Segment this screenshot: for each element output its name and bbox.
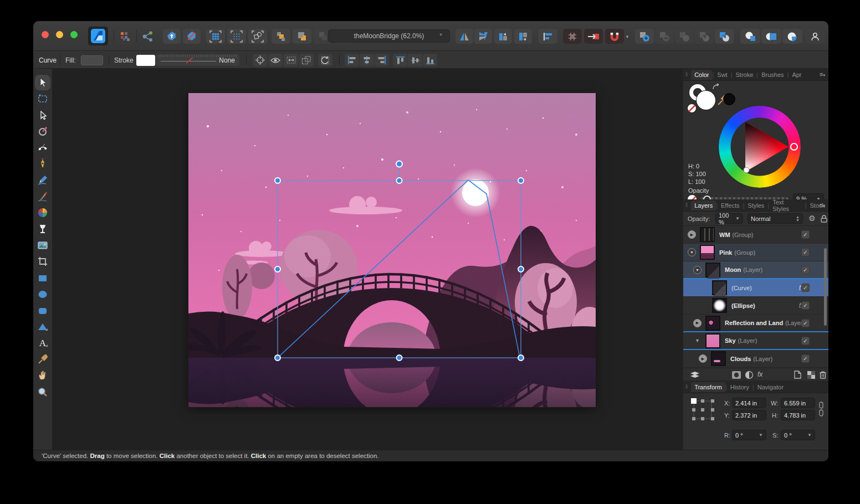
close-window-button[interactable] [42, 31, 49, 38]
layer-effects-fx-icon[interactable]: fx [757, 371, 762, 378]
node-tool[interactable] [37, 109, 49, 121]
selection-handle[interactable] [275, 355, 280, 361]
tab-styles[interactable]: Styles [744, 200, 767, 210]
layer-row-sky[interactable]: ▼ Sky (Layer) ✓ [683, 332, 828, 350]
layer-thumbnail[interactable] [705, 316, 720, 331]
account-button[interactable] [806, 29, 825, 44]
blend-options-gear-icon[interactable]: ⚙ [808, 214, 816, 223]
layer-thumbnail[interactable] [711, 351, 726, 366]
collapse-icon[interactable]: ▼ [693, 337, 702, 345]
tab-navigator[interactable]: Navigator [754, 382, 787, 392]
boolean-subtract-button[interactable] [655, 29, 674, 44]
x-input[interactable]: 2.414 in [732, 398, 766, 408]
minimize-window-button[interactable] [56, 31, 63, 38]
expand-icon[interactable]: ▶ [693, 319, 702, 327]
transparency-tool[interactable] [37, 223, 49, 235]
fill-color-well[interactable] [697, 91, 715, 110]
layer-row-clouds[interactable]: ▶ Clouds (Layer) ✓ [683, 350, 828, 368]
rectangle-tool[interactable] [37, 272, 49, 284]
pixel-persona-button[interactable] [117, 29, 133, 44]
insert-behind-button[interactable] [740, 29, 760, 44]
stroke-color-swatch[interactable] [136, 55, 155, 66]
tab-stock[interactable]: Stock [806, 200, 828, 210]
view-tool[interactable] [37, 369, 49, 382]
blend-mode-dropdown[interactable]: Normal ▲▼ [748, 213, 803, 224]
selection-handle[interactable] [397, 355, 402, 361]
rounded-rectangle-tool[interactable] [37, 305, 49, 317]
visibility-checkbox[interactable]: ✓ [801, 230, 810, 239]
pasteboard[interactable] [52, 69, 683, 450]
tab-effects[interactable]: Effects [718, 200, 743, 210]
anchor-point-selector[interactable] [690, 398, 715, 422]
pen-tool[interactable] [37, 158, 49, 170]
boolean-divide-button[interactable] [715, 29, 734, 44]
export-persona-button[interactable] [140, 29, 156, 44]
adjustment-layer-icon[interactable] [745, 371, 753, 379]
collapse-icon[interactable]: ▼ [688, 248, 696, 256]
align-bottom-button[interactable] [423, 54, 437, 66]
delete-layer-trash-icon[interactable] [820, 371, 826, 379]
insert-inside-button[interactable] [782, 29, 802, 44]
link-dimensions-icon[interactable] [819, 401, 823, 418]
selection-handle[interactable] [518, 178, 524, 183]
document-canvas[interactable] [188, 93, 596, 407]
boolean-add-button[interactable] [635, 29, 654, 44]
no-color-well[interactable] [688, 104, 696, 112]
tab-stroke[interactable]: Stroke [733, 70, 757, 80]
layer-thumbnail[interactable] [700, 227, 715, 242]
align-center-horizontal-button[interactable] [360, 54, 374, 66]
rotate-ccw-button[interactable] [494, 29, 512, 44]
panel-menu-icon[interactable]: ≡▾ [820, 202, 825, 208]
align-left-button[interactable] [345, 54, 359, 66]
enable-transform-origin-button[interactable] [318, 54, 332, 66]
tab-history[interactable]: History [727, 382, 752, 392]
text-tool[interactable]: A [37, 337, 49, 349]
boolean-xor-button[interactable] [695, 29, 714, 44]
rotate-cw-button[interactable] [514, 29, 532, 44]
tab-swatches[interactable]: Swt [714, 70, 730, 80]
artboard-tool[interactable] [37, 92, 49, 105]
collapse-icon[interactable]: ▼ [693, 266, 702, 274]
swap-colors-icon[interactable] [712, 83, 721, 91]
cycle-selection-box-button[interactable] [253, 54, 267, 66]
zoom-tool[interactable] [37, 386, 49, 398]
flip-vertical-button[interactable] [474, 29, 492, 44]
tab-layers[interactable]: Layers [691, 200, 716, 210]
y-input[interactable]: 2.372 in [732, 410, 766, 420]
edit-shapes-button[interactable] [248, 29, 267, 44]
selection-overlay[interactable] [188, 93, 596, 407]
expand-icon[interactable]: ▶ [699, 354, 707, 363]
publish-button[interactable] [163, 29, 181, 44]
new-layer-icon[interactable] [794, 371, 801, 379]
sl-marker[interactable] [744, 167, 749, 173]
layer-row-ellipse[interactable]: (Ellipse) fx ✓ [683, 297, 828, 315]
width-input[interactable]: 6.559 in [781, 398, 815, 408]
snapping-toggle[interactable] [605, 29, 624, 44]
vector-crop-tool[interactable] [37, 255, 49, 268]
move-by-whole-pixels-toggle[interactable] [584, 29, 603, 44]
visibility-checkbox[interactable]: ✓ [801, 337, 810, 345]
point-transform-tool[interactable] [37, 125, 49, 137]
visibility-checkbox[interactable]: ✓ [801, 301, 810, 310]
vector-brush-tool[interactable] [37, 191, 49, 203]
selection-handle[interactable] [275, 178, 280, 183]
tab-text-styles[interactable]: Text Styles [769, 197, 805, 214]
tab-brushes[interactable]: Brushes [758, 70, 787, 80]
color-picker-tool[interactable] [37, 353, 49, 366]
fill-color-swatch[interactable] [81, 55, 103, 65]
panel-drag-handle[interactable]: ‖ [685, 71, 688, 78]
panel-drag-handle[interactable]: ‖ [685, 384, 688, 390]
insert-on-top-button[interactable] [761, 29, 781, 44]
move-tool[interactable] [37, 76, 49, 89]
visibility-checkbox[interactable]: ✓ [801, 266, 810, 274]
new-pixel-layer-icon[interactable] [807, 371, 815, 379]
layer-opacity-dropdown[interactable]: 100 % ▼ [715, 213, 743, 224]
zoom-window-button[interactable] [70, 31, 78, 38]
layer-stack-icon[interactable] [690, 371, 700, 379]
layer-thumbnail[interactable] [700, 245, 715, 260]
selection-handle[interactable] [518, 266, 524, 272]
layer-row-moon[interactable]: ▼ Moon (Layer) ✓ [683, 261, 828, 279]
saturation-triangle[interactable] [719, 106, 801, 188]
designer-persona-button[interactable] [88, 27, 108, 45]
align-top-button[interactable] [393, 54, 407, 66]
